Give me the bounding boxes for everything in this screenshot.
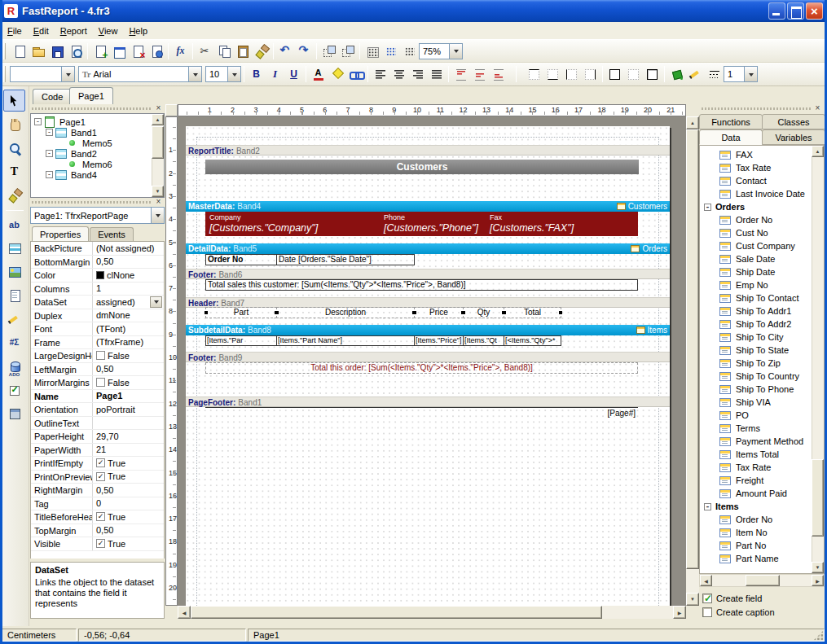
dropdown-icon[interactable] [449,44,462,59]
band-reporttitle[interactable]: ReportTitle:Band2 [186,145,670,156]
style-select[interactable] [10,66,75,82]
memo-total-order[interactable]: Total this order: [Sum(<Items."Qty">*<It… [205,362,638,374]
close-icon[interactable] [813,104,822,113]
property-row-bottommargin[interactable]: BottomMargin0,50 [31,256,164,269]
tab-code[interactable]: Code [33,89,72,104]
frame-left-button[interactable] [562,65,581,83]
menu-item-edit[interactable]: Edit [28,24,55,38]
close-icon[interactable] [154,198,163,207]
dropdown-icon[interactable] [151,208,164,223]
scroll-down-icon[interactable]: ▼ [686,593,699,606]
property-row-duplex[interactable]: DuplexdmNone [31,309,164,323]
data-tree-scrollbar[interactable]: ▲ ▼ [812,146,824,573]
property-checkbox-icon[interactable] [96,351,105,360]
dropdown-icon[interactable] [61,67,74,81]
property-row-rightmargin[interactable]: RightMargin0,50 [31,484,164,497]
band-footer-band6[interactable]: Footer:Band6 [186,269,670,279]
menu-item-file[interactable]: File [2,24,28,38]
report-tree-item-band4[interactable]: -Band4 [33,169,162,180]
data-tree-item-orders[interactable]: -Orders [700,200,824,213]
data-tree-item-po[interactable]: PO [700,409,824,422]
property-value[interactable]: ✓True [93,537,164,550]
inspector-grip[interactable] [30,198,165,207]
property-row-orientation[interactable]: OrientationpoPortrait [31,403,164,417]
system-text-object-button[interactable]: #Σ [3,331,25,353]
property-row-largedesignheight[interactable]: LargeDesignHeightFalse [31,349,164,363]
property-value[interactable]: 0,50 [93,256,164,269]
report-tree-grip[interactable] [30,104,165,113]
checkbox-checked-icon[interactable] [702,594,712,603]
scroll-thumb[interactable] [812,459,824,537]
font-color-button[interactable]: A [309,65,328,83]
memo-header-total[interactable]: Total [504,307,561,318]
property-row-paperheight[interactable]: PaperHeight29,70 [31,430,164,444]
property-row-visible[interactable]: Visible✓True [31,537,164,551]
property-row-titlebeforeheader[interactable]: TitleBeforeHeader✓True [31,510,164,524]
copy-button[interactable] [214,42,233,60]
report-tree-item-memo5[interactable]: Memo5 [33,138,162,148]
ado-components-button[interactable]: ADO [3,355,25,377]
align-left-button[interactable] [371,65,389,83]
property-value[interactable]: ✓True [93,457,164,470]
italic-button[interactable]: I [266,65,284,83]
scroll-thumb[interactable] [746,575,780,586]
tab-page1[interactable]: Page1 [69,87,113,104]
data-tree-item-ship-to-addr2[interactable]: Ship To Addr2 [700,318,824,331]
data-tree-item-items-total[interactable]: Items Total [700,448,824,461]
scroll-left-icon[interactable]: ◀ [700,575,712,586]
collapse-icon[interactable]: - [46,129,53,136]
property-row-topmargin[interactable]: TopMargin0,50 [31,524,164,538]
picture-object-button[interactable] [3,261,25,283]
memo-header-description[interactable]: Description [276,307,415,318]
data-tree-item-freight[interactable]: Freight [700,474,824,487]
band-subdetaildata[interactable]: SubdetailData:Band8 Items [186,325,670,335]
property-row-dataset[interactable]: DataSetassigned) [31,296,164,309]
data-tree-item-payment-method[interactable]: Payment Method [700,435,824,448]
property-value[interactable]: (TFont) [93,322,164,335]
property-row-color[interactable]: ColorclNone [31,269,164,283]
data-tree-item-ship-to-country[interactable]: Ship To Country [700,370,824,383]
data-tree-item-items[interactable]: -Items [700,500,824,513]
create-field-option[interactable]: Create field [702,592,762,604]
band-detaildata[interactable]: DetailData:Band5 Orders [186,243,670,254]
frame-bottom-button[interactable] [543,65,562,83]
align-center-button[interactable] [389,65,408,83]
property-value[interactable]: 1 [93,283,164,296]
property-checkbox-icon[interactable]: ✓ [96,539,105,548]
align-to-grid-button[interactable] [381,42,400,60]
memo-report-title[interactable]: Customers [205,160,639,174]
scroll-down-icon[interactable]: ▼ [152,186,164,197]
property-value[interactable]: poPortrait [93,403,164,416]
fill-color-button[interactable] [667,65,686,83]
data-tree-item-item-no[interactable]: Item No [700,526,824,539]
checkbox-unchecked-icon[interactable] [702,607,712,617]
data-tree-item-ship-date[interactable]: Ship Date [700,265,824,278]
data-tree-item-emp-no[interactable]: Emp No [700,278,824,291]
property-checkbox-icon[interactable] [96,378,105,387]
format-painter-button[interactable] [252,42,271,60]
property-value[interactable]: ✓True [93,510,164,524]
ungroup-button[interactable] [338,42,357,60]
memo-item-qty[interactable]: [Items."Qt [463,335,504,346]
new-dialog-button[interactable] [109,42,128,60]
minimize-button[interactable] [768,2,785,20]
data-panel-grip[interactable] [700,104,824,113]
create-caption-option[interactable]: Create caption [702,606,775,618]
collapse-icon[interactable]: - [46,150,53,157]
format-copy-tool-button[interactable] [3,184,25,206]
frame-all-button[interactable] [605,65,624,83]
maximize-button[interactable] [787,2,804,20]
memo-total-customer[interactable]: Total sales this customer: [Sum(<Items."… [205,279,638,291]
new-report-button[interactable] [10,42,29,60]
zoom-tool-button[interactable] [3,137,25,159]
data-tree-item-ship-to-phone[interactable]: Ship To Phone [700,383,824,396]
data-tree-item-sale-date[interactable]: Sale Date [700,252,824,265]
variables-button[interactable]: fx [171,42,190,60]
redo-button[interactable] [295,42,314,60]
memo-order-no[interactable]: Order No [205,254,277,265]
design-viewport[interactable]: ReportTitle:Band2 Customers MasterData:B… [178,116,686,606]
canvas-horizontal-scrollbar[interactable]: ◀ ▶ [178,606,686,619]
data-tree-item-ship-to-contact[interactable]: Ship To Contact [700,291,824,304]
bold-button[interactable]: B [247,65,266,83]
property-value[interactable]: dmNone [93,309,164,322]
